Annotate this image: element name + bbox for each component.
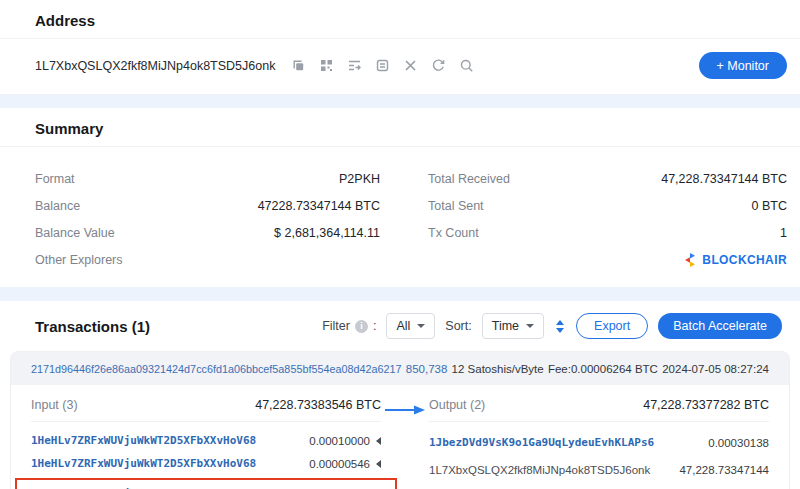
input-address-link[interactable]: 1HeHLv7ZRFxWUVjuWkWT2D5XFbXXvHoV68: [31, 434, 256, 447]
summary-label: Format: [35, 172, 75, 186]
transaction-card: 2171d96446f26e86aa09321424d7cc6fd1a06bbc…: [10, 351, 790, 489]
summary-row-total-sent: Total Sent 0 BTC: [428, 192, 787, 219]
share-x-icon[interactable]: [403, 58, 418, 73]
blockchair-icon: [684, 253, 696, 267]
address-value: 1L7XbxQSLQX2fkf8MiJNp4ok8TSD5J6onk: [35, 59, 275, 73]
outputs-column: Output (2) 47,228.73377282 BTC 1JbezDVd9…: [429, 398, 769, 489]
copy-icon[interactable]: [291, 58, 306, 73]
summary-value: 47,228.73347144 BTC: [661, 172, 787, 186]
tx-block-link[interactable]: 850,738: [406, 363, 448, 375]
summary-value: 47228.73347144 BTC: [258, 199, 380, 213]
input-amount-value: 0.00010000: [309, 435, 370, 447]
summary-value: P2PKH: [339, 172, 380, 186]
summary-row-format: Format P2PKH: [35, 165, 380, 192]
summary-value: 0 BTC: [752, 199, 787, 213]
highlight-box: 1HeHLv7ZRFxWUVjuWkWT2D5XFbXXvHoV68 47,22…: [15, 478, 397, 489]
section-band: [0, 94, 800, 108]
report-icon[interactable]: [375, 58, 390, 73]
sort-select-value: Time: [492, 319, 519, 333]
input-amount: 0.00000546: [309, 458, 381, 470]
sort-asc-icon: [556, 320, 564, 325]
export-button[interactable]: Export: [576, 313, 648, 339]
output-row: 1L7XbxQSLQX2fkf8MiJNp4ok8TSD5J6onk 47,22…: [429, 456, 769, 483]
tx-fee: Fee:0.00006264 BTC: [548, 363, 658, 375]
summary-row-balance-value: Balance Value $ 2,681,364,114.11: [35, 219, 380, 246]
blockchair-link[interactable]: BLOCKCHAIR: [684, 253, 787, 267]
output-row: 1JbezDVd9VsK9o1Ga9UqLydeuEvhKLAPs6 0.000…: [429, 429, 769, 456]
summary-value: 1: [780, 226, 787, 240]
sort-desc-icon: [556, 328, 564, 333]
address-title: Address: [0, 12, 800, 38]
output-address-link[interactable]: 1JbezDVd9VsK9o1Ga9UqLydeuEvhKLAPs6: [429, 436, 654, 449]
tx-hash-link[interactable]: 2171d96446f26e86aa09321424d7cc6fd1a06bbc…: [31, 363, 401, 375]
input-output-arrow: [381, 398, 429, 489]
filter-select[interactable]: All: [386, 313, 435, 339]
output-total: 47,228.73377282 BTC: [643, 398, 769, 412]
input-count-label: Input (3): [31, 398, 78, 412]
output-address-current: 1L7XbxQSLQX2fkf8MiJNp4ok8TSD5J6onk: [429, 464, 650, 476]
transactions-title: Transactions (1): [35, 318, 150, 335]
inputs-column: Input (3) 47,228.73383546 BTC 1HeHLv7ZRF…: [31, 398, 381, 489]
input-row-highlighted: 1HeHLv7ZRFxWUVjuWkWT2D5XFbXXvHoV68 47,22…: [31, 481, 381, 489]
summary-label: Balance: [35, 199, 80, 213]
sort-select[interactable]: Time: [482, 313, 544, 339]
input-row: 1HeHLv7ZRFxWUVjuWkWT2D5XFbXXvHoV68 0.000…: [31, 429, 381, 452]
summary-label: Tx Count: [428, 226, 479, 240]
input-address-link[interactable]: 1HeHLv7ZRFxWUVjuWkWT2D5XFbXXvHoV68: [31, 457, 256, 470]
refresh-icon[interactable]: [431, 58, 446, 73]
chevron-down-icon: [417, 324, 425, 328]
filter-select-value: All: [396, 319, 410, 333]
blockchair-label: BLOCKCHAIR: [702, 253, 787, 267]
filter-colon: :: [373, 319, 376, 333]
summary-label: Balance Value: [35, 226, 115, 240]
transactions-section: Transactions (1) Filter i : All Sort: Ti…: [0, 301, 800, 489]
summary-row-total-received: Total Received 47,228.73347144 BTC: [428, 165, 787, 192]
summary-row-balance: Balance 47228.73347144 BTC: [35, 192, 380, 219]
output-amount: 47,228.73347144: [679, 464, 769, 476]
input-row: 1HeHLv7ZRFxWUVjuWkWT2D5XFbXXvHoV68 0.000…: [31, 452, 381, 475]
summary-row-explorer-link: BLOCKCHAIR: [428, 246, 787, 273]
input-total: 47,228.73383546 BTC: [255, 398, 381, 412]
summary-section: Summary Format P2PKH Balance 47228.73347…: [0, 108, 800, 287]
output-amount: 0.00030138: [708, 437, 769, 449]
summary-label: Total Received: [428, 172, 510, 186]
batch-accelerate-button[interactable]: Batch Accelerate: [658, 313, 782, 339]
filter-label: Filter i :: [322, 319, 376, 333]
qr-code-icon[interactable]: [319, 58, 334, 73]
summary-value: $ 2,681,364,114.11: [274, 226, 380, 240]
sort-direction-toggle[interactable]: [554, 320, 566, 333]
output-count-label: Output (2): [429, 398, 485, 412]
input-amount: 0.00010000: [309, 435, 381, 447]
tx-list-icon[interactable]: [347, 58, 362, 73]
tx-fee-rate: 12 Satoshis/vByte: [452, 363, 544, 375]
sort-label: Sort:: [445, 319, 471, 333]
chevron-down-icon: [526, 324, 534, 328]
summary-title: Summary: [0, 120, 800, 146]
section-band: [0, 287, 800, 301]
summary-row-other-explorers: Other Explorers: [35, 246, 380, 273]
input-amount-value: 0.00000546: [309, 458, 370, 470]
summary-label: Other Explorers: [35, 253, 123, 267]
search-icon[interactable]: [459, 58, 474, 73]
tx-timestamp: 2024-07-05 08:27:24: [662, 363, 769, 375]
summary-row-tx-count: Tx Count 1: [428, 219, 787, 246]
filter-label-text: Filter: [322, 319, 350, 333]
summary-label: Total Sent: [428, 199, 484, 213]
address-section: Address 1L7XbxQSLQX2fkf8MiJNp4ok8TSD5J6o…: [0, 0, 800, 94]
monitor-button[interactable]: + Monitor: [699, 52, 787, 79]
transaction-summary-bar: 2171d96446f26e86aa09321424d7cc6fd1a06bbc…: [11, 352, 789, 385]
info-icon[interactable]: i: [355, 320, 368, 333]
